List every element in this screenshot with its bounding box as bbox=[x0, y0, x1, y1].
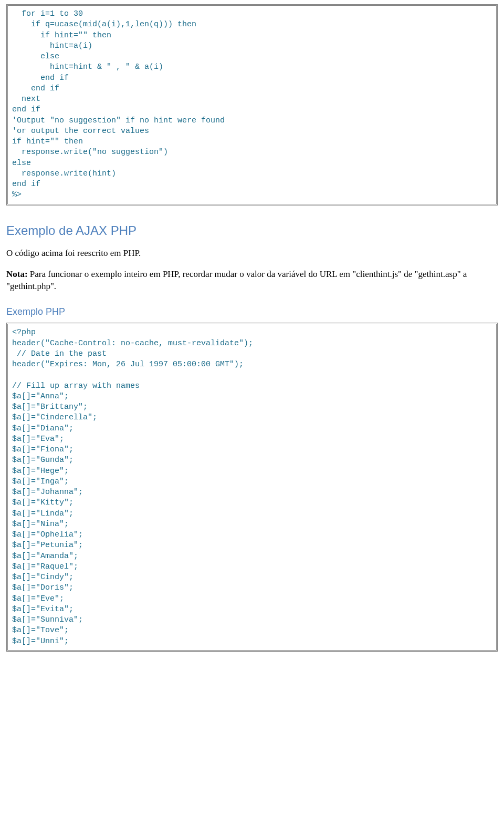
code-block-asp: for i=1 to 30 if q=ucase(mid(a(i),1,len(… bbox=[6, 4, 498, 205]
note-label: Nota: bbox=[6, 269, 28, 279]
note-text: Para funcionar o exemplo inteiro em PHP,… bbox=[6, 269, 467, 291]
paragraph-intro: O código acima foi reescrito em PHP. bbox=[6, 248, 498, 260]
subsection-heading-php: Exemplo PHP bbox=[6, 306, 498, 317]
section-heading-ajax-php: Exemplo de AJAX PHP bbox=[6, 223, 498, 238]
code-block-php: <?php header("Cache-Control: no-cache, m… bbox=[6, 323, 498, 652]
paragraph-note: Nota: Para funcionar o exemplo inteiro e… bbox=[6, 269, 498, 293]
